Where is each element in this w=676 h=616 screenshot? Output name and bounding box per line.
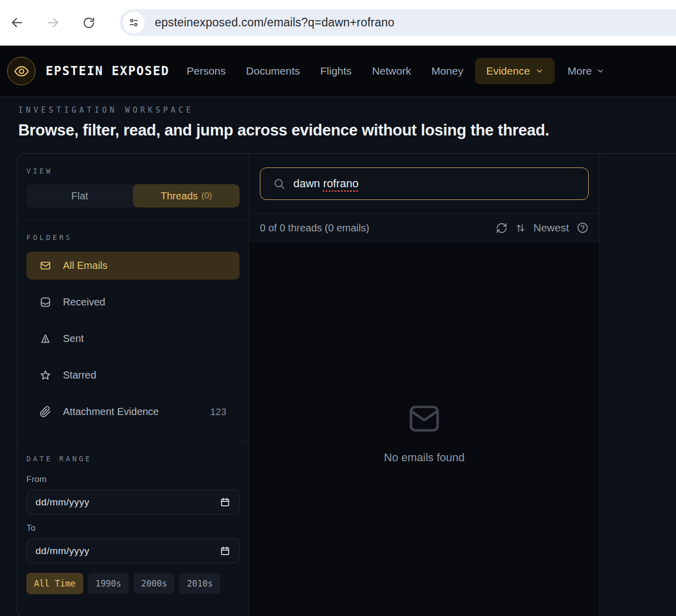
folder-all-emails[interactable]: All Emails [26, 252, 240, 280]
reload-icon [82, 16, 95, 29]
nav-link-documents[interactable]: Documents [236, 59, 310, 83]
more-label: More [567, 65, 592, 77]
to-label: To [26, 523, 240, 533]
chip-1990s[interactable]: 1990s [88, 573, 129, 594]
folder-attachment-evidence[interactable]: Attachment Evidence 123 [26, 398, 240, 426]
date-to-input[interactable]: dd/mm/yyyy [26, 538, 240, 563]
folders-section-label: FOLDERS [26, 233, 240, 242]
arrow-left-icon [10, 16, 24, 29]
refresh-icon[interactable] [496, 222, 508, 234]
date-range-label: DATE RANGE [26, 455, 240, 463]
evidence-label: Evidence [486, 65, 530, 77]
help-circle-icon[interactable] [577, 222, 589, 234]
from-label: From [26, 474, 240, 485]
nav-link-more[interactable]: More [567, 65, 604, 77]
send-icon [40, 333, 51, 345]
results-toolbar: 0 of 0 threads (0 emails) Newest [249, 214, 599, 242]
calendar-icon[interactable] [220, 545, 230, 556]
chip-2000s[interactable]: 2000s [133, 573, 175, 594]
nav-link-network[interactable]: Network [362, 59, 421, 83]
browser-reload-button[interactable] [79, 13, 98, 32]
site-logo[interactable] [7, 57, 36, 85]
view-toggle-threads[interactable]: Threads (0) [133, 184, 240, 208]
chevron-down-icon [535, 67, 544, 75]
search-word-misspelled: rofrano [323, 177, 359, 190]
calendar-icon[interactable] [220, 497, 230, 507]
nav-link-evidence[interactable]: Evidence [475, 58, 555, 84]
folder-received[interactable]: Received [26, 288, 240, 316]
folder-label: Received [63, 296, 105, 308]
view-section: VIEW Flat Threads (0) [17, 154, 249, 220]
page-header: INVESTIGATION WORKSPACE Browse, filter, … [0, 97, 676, 140]
nav-link-flights[interactable]: Flights [310, 59, 362, 83]
folder-label: Starred [63, 369, 96, 381]
folders-section: FOLDERS All Emails Received Sent Starred [17, 220, 249, 441]
star-icon [40, 369, 51, 381]
folder-label: Attachment Evidence [63, 406, 159, 418]
sort-arrows-icon[interactable] [515, 223, 526, 233]
toolbar-controls: Newest [496, 222, 589, 234]
folder-sent[interactable]: Sent [26, 325, 240, 353]
decade-chips: All Time 1990s 2000s 2010s [26, 573, 240, 594]
mail-icon [405, 400, 443, 437]
folder-starred[interactable]: Starred [26, 361, 240, 389]
date-from-input[interactable]: dd/mm/yyyy [26, 490, 240, 515]
brand-title[interactable]: EPSTEIN EXPOSED [46, 64, 170, 78]
folders-list: All Emails Received Sent Starred Attachm… [26, 252, 240, 426]
view-toggle: Flat Threads (0) [26, 184, 240, 208]
email-list-column: dawn rofrano 0 of 0 threads (0 emails) N… [249, 154, 600, 616]
reader-pane [600, 154, 676, 616]
nav-link-money[interactable]: Money [421, 59, 474, 83]
workspace-eyebrow: INVESTIGATION WORKSPACE [18, 106, 658, 115]
folder-label: Sent [63, 333, 84, 345]
arrow-right-icon [46, 16, 60, 29]
browser-toolbar: epsteinexposed.com/emails?q=dawn+rofrano [0, 0, 676, 46]
threads-count: (0) [201, 191, 212, 201]
results-count: 0 of 0 threads (0 emails) [260, 222, 369, 234]
date-from-value: dd/mm/yyyy [36, 497, 220, 508]
page-title: Browse, filter, read, and jump across ev… [18, 121, 658, 140]
chip-all-time[interactable]: All Time [26, 573, 83, 594]
sort-order-label[interactable]: Newest [533, 222, 569, 234]
threads-label: Threads [160, 190, 197, 202]
search-input[interactable]: dawn rofrano [260, 167, 589, 200]
search-icon [273, 178, 285, 190]
url-text[interactable]: epsteinexposed.com/emails?q=dawn+rofrano [155, 16, 394, 29]
chip-2010s[interactable]: 2010s [179, 573, 220, 594]
filters-sidebar: VIEW Flat Threads (0) FOLDERS All Emails… [17, 154, 249, 616]
empty-results-area: No emails found [249, 242, 599, 616]
paperclip-icon [40, 406, 51, 418]
search-word: dawn [293, 177, 320, 190]
inbox-icon [40, 296, 51, 308]
site-nav: EPSTEIN EXPOSED Persons Documents Flight… [0, 46, 676, 97]
folder-label: All Emails [63, 260, 108, 271]
folder-count-badge: 123 [210, 406, 226, 418]
site-settings-button[interactable] [123, 12, 145, 33]
search-area: dawn rofrano [249, 154, 599, 214]
search-query-text: dawn rofrano [293, 177, 358, 190]
chevron-down-icon [596, 67, 604, 75]
address-bar[interactable]: epsteinexposed.com/emails?q=dawn+rofrano [120, 9, 676, 36]
browser-back-button[interactable] [7, 13, 26, 32]
mail-icon [40, 260, 51, 271]
date-range-section: DATE RANGE From dd/mm/yyyy To dd/mm/yyyy… [17, 441, 249, 606]
tune-icon [128, 17, 139, 28]
date-to-value: dd/mm/yyyy [36, 545, 220, 557]
browser-forward-button[interactable] [43, 13, 62, 32]
view-section-label: VIEW [26, 167, 240, 175]
empty-state-message: No emails found [384, 451, 465, 464]
eye-icon [14, 63, 29, 79]
nav-link-persons[interactable]: Persons [177, 59, 236, 83]
workspace-panel: VIEW Flat Threads (0) FOLDERS All Emails… [17, 153, 676, 616]
view-toggle-flat[interactable]: Flat [26, 184, 133, 208]
